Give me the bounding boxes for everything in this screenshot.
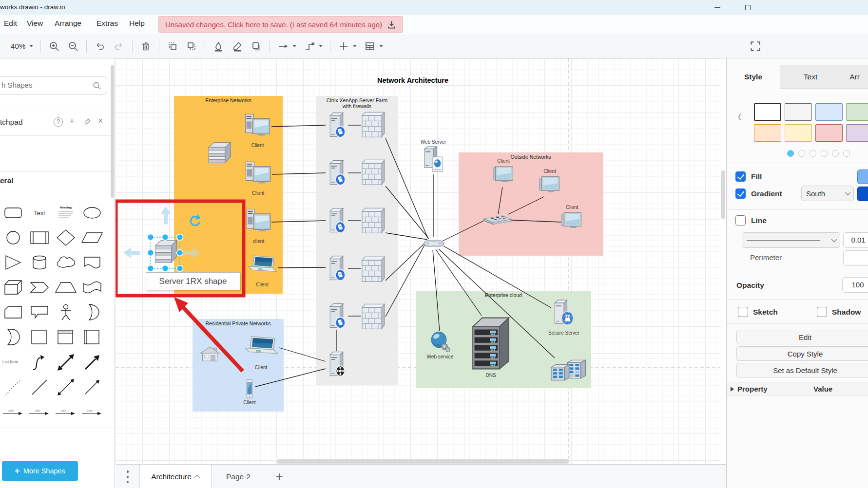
- node-server-citrix-7[interactable]: [330, 208, 345, 233]
- edit-button[interactable]: Edit: [736, 330, 868, 344]
- scratchpad-edit-icon[interactable]: [84, 118, 91, 127]
- menu-extras[interactable]: Extras: [96, 19, 118, 28]
- node-server-citrix-5[interactable]: [330, 113, 345, 138]
- scratchpad-close-icon[interactable]: ×: [98, 116, 103, 126]
- format-tab-style[interactable]: Style: [727, 65, 780, 89]
- line-style-select[interactable]: [742, 232, 840, 248]
- node-firewall-14[interactable]: [362, 257, 385, 282]
- set-as-default-style-button[interactable]: Set as Default Style: [736, 363, 868, 377]
- shape-text[interactable]: Text: [28, 202, 51, 224]
- shape-triangle[interactable]: [2, 252, 24, 273]
- carousel-dot[interactable]: [810, 150, 816, 157]
- shape-trapezoid[interactable]: [55, 277, 77, 298]
- shape-double-arrow[interactable]: [55, 376, 77, 397]
- redo-icon[interactable]: [113, 40, 125, 52]
- shape-rect[interactable]: [28, 326, 51, 348]
- node-server-citrix-9[interactable]: [330, 304, 345, 329]
- shape-labeled-arrow-4[interactable]: Label: [81, 401, 103, 422]
- shape-cube[interactable]: [2, 277, 24, 298]
- carousel-dot[interactable]: [832, 150, 839, 157]
- insert-icon[interactable]: [338, 40, 357, 52]
- selection-handle[interactable]: [177, 265, 183, 272]
- move-up-arrow-icon[interactable]: [160, 206, 171, 224]
- sketch-checkbox[interactable]: [738, 307, 748, 317]
- waypoints-icon[interactable]: [304, 40, 323, 52]
- canvas-horizontal-scrollbar[interactable]: [277, 459, 569, 464]
- connection-icon[interactable]: [277, 40, 296, 52]
- shape-labeled-arrow-3[interactable]: Label: [55, 401, 77, 422]
- format-tab-arr[interactable]: Arr: [841, 65, 868, 89]
- shape-bidirectional-arrow[interactable]: [55, 351, 77, 373]
- node-server-citrix-8[interactable]: [330, 256, 345, 281]
- copy-style-button[interactable]: Copy Style: [736, 346, 868, 361]
- fill-color-icon[interactable]: [212, 40, 224, 52]
- node-firewall-11[interactable]: [362, 112, 385, 137]
- format-tab-text[interactable]: Text: [780, 65, 841, 89]
- zoom-level[interactable]: 40%: [11, 42, 33, 50]
- page-tab-page-2[interactable]: Page-2: [212, 465, 265, 488]
- search-shapes-input[interactable]: h Shapes: [0, 76, 107, 94]
- shape-actor[interactable]: [55, 301, 77, 323]
- shape-parallelogram[interactable]: [81, 227, 103, 248]
- shape-labeled-arrow-2[interactable]: Label: [28, 401, 51, 422]
- shape-internal-storage[interactable]: [55, 326, 77, 348]
- selection-handle[interactable]: [162, 265, 169, 272]
- menu-arrange[interactable]: Arrange: [55, 19, 81, 28]
- zoom-in-icon[interactable]: [48, 40, 60, 52]
- menu-edit[interactable]: Edit: [4, 19, 17, 28]
- tab-collapse-icon[interactable]: [194, 474, 200, 480]
- selection-handle[interactable]: [148, 265, 154, 272]
- shape-heading[interactable]: Heading: [55, 202, 77, 224]
- selection-handle[interactable]: [148, 250, 154, 256]
- shape-and[interactable]: [2, 326, 24, 348]
- node-server-citrix-6[interactable]: [330, 161, 345, 186]
- line-checkbox[interactable]: [735, 215, 746, 225]
- to-back-icon[interactable]: [186, 40, 197, 52]
- shape-line[interactable]: [28, 376, 51, 397]
- property-grid-header[interactable]: Property Value: [727, 382, 868, 395]
- shape-card[interactable]: [2, 301, 24, 323]
- delete-icon[interactable]: [140, 40, 152, 52]
- page-tab-architecture[interactable]: Architecture: [139, 465, 212, 488]
- shape-arrow-shape[interactable]: [81, 351, 103, 373]
- selection-handle[interactable]: [148, 234, 154, 241]
- undo-icon[interactable]: [94, 40, 106, 52]
- shape-callout[interactable]: [28, 301, 51, 323]
- perimeter-input[interactable]: [843, 250, 868, 266]
- fill-color-swatch[interactable]: [857, 169, 868, 184]
- to-front-icon[interactable]: [167, 40, 178, 52]
- shadow-icon[interactable]: [251, 40, 262, 52]
- selection-handle[interactable]: [177, 250, 183, 256]
- shape-ellipse[interactable]: [81, 202, 103, 224]
- canvas-vertical-scrollbar[interactable]: [721, 170, 725, 219]
- shape-or[interactable]: [81, 301, 103, 323]
- style-swatch[interactable]: [815, 124, 843, 142]
- add-page-button[interactable]: +: [272, 470, 286, 484]
- node-server-dark-10[interactable]: [330, 352, 345, 376]
- minimize-button[interactable]: [706, 0, 729, 15]
- shape-dotted-line[interactable]: [2, 376, 24, 397]
- unsaved-changes-banner[interactable]: Unsaved changes. Click here to save. (La…: [158, 16, 403, 33]
- menu-view[interactable]: View: [27, 19, 43, 28]
- fullscreen-button[interactable]: [749, 40, 762, 55]
- node-firewall-13[interactable]: [362, 208, 385, 233]
- gradient-color-swatch[interactable]: [857, 187, 868, 201]
- zoom-out-icon[interactable]: [67, 40, 79, 52]
- shape-document[interactable]: [81, 252, 103, 273]
- node-server-stack-0[interactable]: [209, 142, 231, 163]
- shape-directional-arrow[interactable]: [81, 376, 103, 397]
- shape-tape[interactable]: [81, 277, 103, 298]
- node-firewall-15[interactable]: [362, 304, 385, 329]
- carousel-dot[interactable]: [798, 150, 805, 157]
- shape-curve[interactable]: [28, 351, 51, 373]
- node-server-stack-selected[interactable]: [155, 241, 177, 263]
- node-hub-17[interactable]: [424, 240, 444, 247]
- style-swatch[interactable]: [785, 124, 812, 142]
- style-swatch[interactable]: [754, 124, 781, 142]
- menu-help[interactable]: Help: [129, 19, 145, 28]
- shape-rounded[interactable]: [2, 202, 24, 224]
- opacity-input[interactable]: 100: [842, 277, 868, 293]
- pages-menu-icon[interactable]: [126, 470, 129, 483]
- style-swatch[interactable]: [846, 124, 868, 142]
- shape-process[interactable]: [28, 227, 51, 248]
